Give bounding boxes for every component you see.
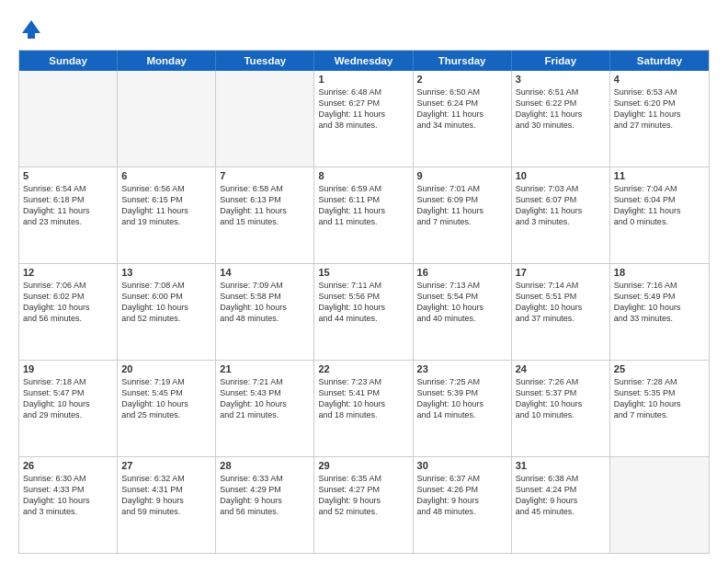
calendar-cell: 29Sunrise: 6:35 AM Sunset: 4:27 PM Dayli…: [314, 457, 413, 553]
svg-marker-1: [22, 20, 40, 33]
calendar-cell: 25Sunrise: 7:28 AM Sunset: 5:35 PM Dayli…: [610, 361, 709, 456]
cell-text: Sunrise: 6:51 AM Sunset: 6:22 PM Dayligh…: [516, 86, 606, 132]
calendar-cell: 7Sunrise: 6:58 AM Sunset: 6:13 PM Daylig…: [216, 167, 314, 263]
cell-text: Sunrise: 6:37 AM Sunset: 4:26 PM Dayligh…: [417, 473, 507, 518]
cell-text: Sunrise: 6:33 AM Sunset: 4:29 PM Dayligh…: [220, 473, 310, 518]
calendar-row-1: 1Sunrise: 6:48 AM Sunset: 6:27 PM Daylig…: [19, 71, 709, 167]
day-number: 3: [516, 74, 606, 85]
day-number: 6: [121, 170, 211, 181]
day-number: 29: [318, 460, 408, 471]
cell-text: Sunrise: 7:18 AM Sunset: 5:47 PM Dayligh…: [23, 376, 113, 421]
cell-text: Sunrise: 7:01 AM Sunset: 6:09 PM Dayligh…: [417, 183, 507, 228]
calendar-cell: 26Sunrise: 6:30 AM Sunset: 4:33 PM Dayli…: [19, 457, 118, 553]
calendar-row-4: 19Sunrise: 7:18 AM Sunset: 5:47 PM Dayli…: [19, 361, 709, 457]
day-number: 24: [516, 363, 606, 374]
day-number: 5: [23, 170, 113, 181]
header-cell-tuesday: Tuesday: [216, 51, 314, 71]
calendar-cell: 23Sunrise: 7:25 AM Sunset: 5:39 PM Dayli…: [414, 361, 512, 456]
logo: [18, 17, 48, 42]
cell-text: Sunrise: 7:09 AM Sunset: 5:58 PM Dayligh…: [220, 280, 310, 325]
cell-text: Sunrise: 6:32 AM Sunset: 4:31 PM Dayligh…: [121, 473, 211, 518]
calendar-cell: 13Sunrise: 7:08 AM Sunset: 6:00 PM Dayli…: [118, 264, 216, 360]
cell-text: Sunrise: 7:14 AM Sunset: 5:51 PM Dayligh…: [516, 280, 606, 325]
day-number: 17: [516, 267, 606, 278]
calendar-cell: [610, 457, 709, 553]
day-number: 8: [318, 170, 408, 181]
calendar-cell: 11Sunrise: 7:04 AM Sunset: 6:04 PM Dayli…: [610, 167, 709, 263]
cell-text: Sunrise: 7:16 AM Sunset: 5:49 PM Dayligh…: [614, 280, 705, 325]
calendar-cell: 4Sunrise: 6:53 AM Sunset: 6:20 PM Daylig…: [610, 71, 709, 167]
day-number: 15: [318, 267, 408, 278]
calendar-cell: [216, 71, 314, 167]
calendar-cell: 21Sunrise: 7:21 AM Sunset: 5:43 PM Dayli…: [216, 361, 314, 456]
calendar-cell: 24Sunrise: 7:26 AM Sunset: 5:37 PM Dayli…: [512, 361, 610, 456]
calendar-cell: 31Sunrise: 6:38 AM Sunset: 4:24 PM Dayli…: [512, 457, 610, 553]
day-number: 9: [417, 170, 507, 181]
day-number: 28: [220, 460, 310, 471]
day-number: 14: [220, 267, 310, 278]
cell-text: Sunrise: 6:35 AM Sunset: 4:27 PM Dayligh…: [318, 473, 408, 518]
calendar: SundayMondayTuesdayWednesdayThursdayFrid…: [18, 50, 710, 554]
cell-text: Sunrise: 7:25 AM Sunset: 5:39 PM Dayligh…: [417, 376, 507, 421]
cell-text: Sunrise: 7:06 AM Sunset: 6:02 PM Dayligh…: [23, 280, 113, 325]
logo-icon: [18, 17, 44, 42]
calendar-cell: [19, 71, 118, 167]
day-number: 23: [417, 363, 507, 374]
day-number: 27: [121, 460, 211, 471]
cell-text: Sunrise: 6:38 AM Sunset: 4:24 PM Dayligh…: [516, 473, 606, 518]
svg-rect-2: [28, 33, 35, 39]
day-number: 7: [220, 170, 310, 181]
calendar-row-2: 5Sunrise: 6:54 AM Sunset: 6:18 PM Daylig…: [19, 167, 709, 264]
day-number: 18: [614, 267, 705, 278]
cell-text: Sunrise: 7:08 AM Sunset: 6:00 PM Dayligh…: [121, 280, 211, 325]
day-number: 26: [23, 460, 113, 471]
day-number: 22: [318, 363, 408, 374]
cell-text: Sunrise: 7:26 AM Sunset: 5:37 PM Dayligh…: [516, 376, 606, 421]
day-number: 19: [23, 363, 113, 374]
calendar-cell: 27Sunrise: 6:32 AM Sunset: 4:31 PM Dayli…: [118, 457, 216, 553]
cell-text: Sunrise: 6:50 AM Sunset: 6:24 PM Dayligh…: [417, 86, 507, 132]
calendar-body: 1Sunrise: 6:48 AM Sunset: 6:27 PM Daylig…: [19, 71, 709, 553]
cell-text: Sunrise: 6:53 AM Sunset: 6:20 PM Dayligh…: [614, 86, 705, 132]
day-number: 12: [23, 267, 113, 278]
cell-text: Sunrise: 7:23 AM Sunset: 5:41 PM Dayligh…: [318, 376, 408, 421]
calendar-cell: 9Sunrise: 7:01 AM Sunset: 6:09 PM Daylig…: [414, 167, 512, 263]
calendar-cell: 3Sunrise: 6:51 AM Sunset: 6:22 PM Daylig…: [512, 71, 610, 167]
cell-text: Sunrise: 7:03 AM Sunset: 6:07 PM Dayligh…: [516, 183, 606, 228]
cell-text: Sunrise: 7:21 AM Sunset: 5:43 PM Dayligh…: [220, 376, 310, 421]
calendar-cell: 19Sunrise: 7:18 AM Sunset: 5:47 PM Dayli…: [19, 361, 118, 456]
calendar-cell: 6Sunrise: 6:56 AM Sunset: 6:15 PM Daylig…: [118, 167, 216, 263]
day-number: 20: [121, 363, 211, 374]
day-number: 21: [220, 363, 310, 374]
cell-text: Sunrise: 6:54 AM Sunset: 6:18 PM Dayligh…: [23, 183, 113, 228]
page: SundayMondayTuesdayWednesdayThursdayFrid…: [0, 0, 728, 563]
day-number: 16: [417, 267, 507, 278]
header-cell-friday: Friday: [512, 51, 610, 71]
calendar-cell: 12Sunrise: 7:06 AM Sunset: 6:02 PM Dayli…: [19, 264, 118, 360]
header-cell-thursday: Thursday: [414, 51, 512, 71]
calendar-cell: 30Sunrise: 6:37 AM Sunset: 4:26 PM Dayli…: [414, 457, 512, 553]
cell-text: Sunrise: 7:11 AM Sunset: 5:56 PM Dayligh…: [318, 280, 408, 325]
cell-text: Sunrise: 7:04 AM Sunset: 6:04 PM Dayligh…: [614, 183, 705, 228]
cell-text: Sunrise: 7:19 AM Sunset: 5:45 PM Dayligh…: [121, 376, 211, 421]
calendar-cell: 16Sunrise: 7:13 AM Sunset: 5:54 PM Dayli…: [414, 264, 512, 360]
calendar-cell: 22Sunrise: 7:23 AM Sunset: 5:41 PM Dayli…: [314, 361, 413, 456]
calendar-cell: 18Sunrise: 7:16 AM Sunset: 5:49 PM Dayli…: [610, 264, 709, 360]
day-number: 13: [121, 267, 211, 278]
day-number: 1: [318, 74, 408, 85]
header-cell-sunday: Sunday: [19, 51, 118, 71]
calendar-cell: 2Sunrise: 6:50 AM Sunset: 6:24 PM Daylig…: [414, 71, 512, 167]
calendar-cell: 8Sunrise: 6:59 AM Sunset: 6:11 PM Daylig…: [314, 167, 413, 263]
header-cell-wednesday: Wednesday: [314, 51, 413, 71]
header: [18, 17, 710, 42]
day-number: 10: [516, 170, 606, 181]
calendar-cell: 14Sunrise: 7:09 AM Sunset: 5:58 PM Dayli…: [216, 264, 314, 360]
day-number: 25: [614, 363, 705, 374]
cell-text: Sunrise: 6:30 AM Sunset: 4:33 PM Dayligh…: [23, 473, 113, 518]
calendar-cell: 10Sunrise: 7:03 AM Sunset: 6:07 PM Dayli…: [512, 167, 610, 263]
calendar-cell: 28Sunrise: 6:33 AM Sunset: 4:29 PM Dayli…: [216, 457, 314, 553]
calendar-cell: 1Sunrise: 6:48 AM Sunset: 6:27 PM Daylig…: [314, 71, 413, 167]
calendar-row-3: 12Sunrise: 7:06 AM Sunset: 6:02 PM Dayli…: [19, 264, 709, 361]
calendar-cell: 20Sunrise: 7:19 AM Sunset: 5:45 PM Dayli…: [118, 361, 216, 456]
calendar-cell: 15Sunrise: 7:11 AM Sunset: 5:56 PM Dayli…: [314, 264, 413, 360]
